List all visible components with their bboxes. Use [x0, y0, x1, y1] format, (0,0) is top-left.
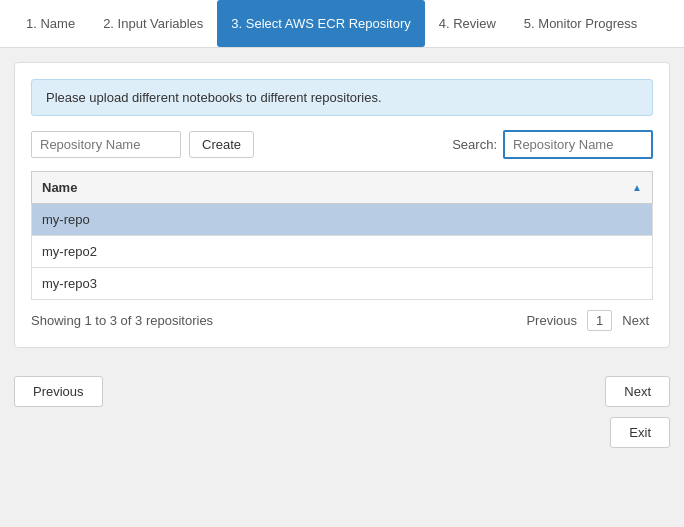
nav-step-3[interactable]: 3. Select AWS ECR Repository — [217, 0, 424, 47]
next-button[interactable]: Next — [605, 376, 670, 407]
sort-icon: ▲ — [632, 182, 642, 193]
table-row[interactable]: my-repo3 — [32, 268, 653, 300]
create-button[interactable]: Create — [189, 131, 254, 158]
pagination-row: Showing 1 to 3 of 3 repositories Previou… — [31, 310, 653, 331]
info-banner: Please upload different notebooks to dif… — [31, 79, 653, 116]
card: Please upload different notebooks to dif… — [14, 62, 670, 348]
page-nav: Previous 1 Next — [522, 310, 653, 331]
bottom-nav: Previous Next — [0, 362, 684, 407]
exit-row: Exit — [0, 407, 684, 448]
table-header-name[interactable]: Name ▲ — [32, 172, 653, 204]
top-nav: 1. Name 2. Input Variables 3. Select AWS… — [0, 0, 684, 48]
pagination-next-button[interactable]: Next — [618, 311, 653, 330]
main-content: Please upload different notebooks to dif… — [0, 48, 684, 362]
nav-step-5[interactable]: 5. Monitor Progress — [510, 0, 651, 47]
repo-name-input[interactable] — [31, 131, 181, 158]
previous-button[interactable]: Previous — [14, 376, 103, 407]
page-number: 1 — [587, 310, 612, 331]
nav-step-4[interactable]: 4. Review — [425, 0, 510, 47]
table-row[interactable]: my-repo2 — [32, 236, 653, 268]
repo-table: Name ▲ my-repomy-repo2my-repo3 — [31, 171, 653, 300]
showing-text: Showing 1 to 3 of 3 repositories — [31, 313, 522, 328]
pagination-previous-button[interactable]: Previous — [522, 311, 581, 330]
search-label: Search: — [452, 137, 497, 152]
search-input[interactable] — [503, 130, 653, 159]
input-row: Create Search: — [31, 130, 653, 159]
table-row[interactable]: my-repo — [32, 204, 653, 236]
nav-step-2[interactable]: 2. Input Variables — [89, 0, 217, 47]
nav-step-1[interactable]: 1. Name — [12, 0, 89, 47]
exit-button[interactable]: Exit — [610, 417, 670, 448]
